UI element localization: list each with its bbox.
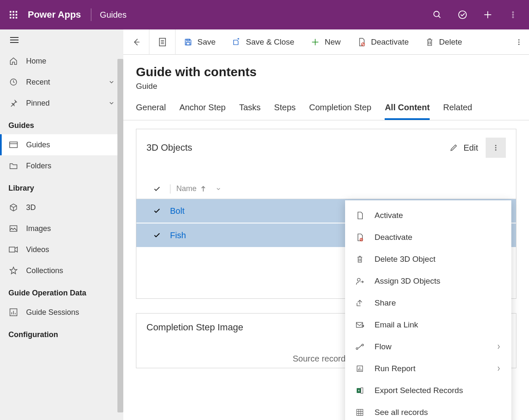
sort-asc-icon — [201, 186, 206, 192]
ctx-deactivate[interactable]: Deactivate — [345, 226, 511, 248]
record-header: Guide with contents Guide — [123, 55, 529, 91]
chevron-down-icon — [108, 100, 115, 106]
svg-rect-45 — [361, 388, 363, 393]
svg-point-6 — [512, 14, 513, 15]
guides-icon — [8, 140, 19, 150]
save-close-icon — [232, 38, 241, 46]
svg-point-37 — [356, 348, 358, 349]
add-icon[interactable] — [475, 0, 500, 29]
ctx-run-report[interactable]: Run Report — [345, 358, 511, 380]
hamburger-icon — [10, 37, 19, 43]
excel-icon: x — [355, 386, 364, 395]
video-icon — [8, 245, 19, 255]
ctx-delete[interactable]: Delete 3D Object — [345, 248, 511, 270]
chevron-down-icon — [108, 79, 115, 85]
svg-rect-9 — [10, 142, 17, 147]
cmd-label: Save — [197, 37, 215, 47]
sidebar-scrollbar[interactable] — [117, 59, 123, 412]
ctx-activate[interactable]: Activate — [345, 205, 511, 226]
activate-icon — [355, 211, 364, 220]
section-library: Library — [0, 176, 123, 197]
tab-tasks[interactable]: Tasks — [239, 103, 261, 120]
row-name-link[interactable]: Fish — [170, 231, 186, 240]
tab-list: General Anchor Step Tasks Steps Completi… — [123, 91, 529, 120]
row-check-icon[interactable] — [153, 231, 170, 239]
record-entity: Guide — [136, 82, 516, 91]
tab-steps[interactable]: Steps — [274, 103, 295, 120]
row-check-icon[interactable] — [153, 207, 170, 215]
svg-point-27 — [518, 39, 520, 40]
record-set-button[interactable] — [149, 29, 175, 55]
app-title: Power Apps — [24, 9, 91, 20]
app-launcher-icon[interactable] — [3, 5, 24, 25]
nav-label: Collections — [26, 266, 63, 275]
record-title: Guide with contents — [136, 65, 516, 79]
ctx-assign[interactable]: Assign 3D Objects — [345, 270, 511, 292]
save-button[interactable]: Save — [175, 29, 224, 55]
tab-general[interactable]: General — [136, 103, 166, 120]
sidebar-item-guide-sessions[interactable]: Guide Sessions — [0, 302, 123, 323]
svg-line-34 — [360, 239, 362, 241]
main-content: Save Save & Close New Deactivate Delete — [123, 29, 529, 420]
deactivate-icon — [355, 233, 364, 242]
ctx-flow[interactable]: Flow — [345, 336, 511, 358]
chevron-right-icon — [496, 344, 501, 350]
ctx-see-all[interactable]: See all records — [345, 401, 511, 420]
delete-button[interactable]: Delete — [417, 29, 471, 55]
sidebar-item-videos[interactable]: Videos — [0, 239, 123, 260]
sidebar-item-guides[interactable]: Guides — [0, 134, 123, 155]
trash-icon — [355, 255, 364, 264]
select-all-check[interactable] — [153, 185, 170, 193]
svg-rect-12 — [9, 247, 15, 252]
search-icon[interactable] — [425, 0, 450, 29]
menu-toggle[interactable] — [0, 29, 123, 51]
cmd-label: Save & Close — [246, 37, 294, 47]
ctx-email-link[interactable]: Email a Link — [345, 314, 511, 336]
column-name[interactable]: Name — [176, 184, 222, 193]
nav-label: Recent — [26, 78, 50, 87]
grid-header: Name — [136, 179, 516, 199]
module-title[interactable]: Guides — [91, 10, 135, 20]
sidebar-item-folders[interactable]: Folders — [0, 155, 123, 176]
cmdbar-more-icon[interactable] — [509, 38, 529, 46]
tab-all-content[interactable]: All Content — [385, 103, 430, 120]
task-icon[interactable] — [450, 0, 475, 29]
sidebar-item-3d[interactable]: 3D — [0, 197, 123, 218]
ctx-share[interactable]: Share — [345, 292, 511, 314]
pin-icon — [8, 98, 19, 108]
more-vertical-icon[interactable] — [500, 0, 526, 29]
save-icon — [184, 38, 192, 46]
sidebar-item-images[interactable]: Images — [0, 218, 123, 239]
sidebar-item-collections[interactable]: Collections — [0, 260, 123, 281]
tab-anchor-step[interactable]: Anchor Step — [179, 103, 226, 120]
flow-icon — [355, 342, 364, 351]
section-guides: Guides — [0, 114, 123, 134]
nav-home[interactable]: Home — [0, 51, 123, 72]
deactivate-button[interactable]: Deactivate — [349, 29, 417, 55]
ctx-export[interactable]: x Export Selected Records — [345, 380, 511, 401]
star-icon — [8, 266, 19, 276]
svg-point-29 — [518, 43, 520, 45]
cube-icon — [8, 202, 19, 213]
grid-icon — [355, 408, 364, 417]
tab-related[interactable]: Related — [443, 103, 472, 120]
panel-more-icon[interactable] — [486, 138, 506, 158]
svg-point-5 — [512, 12, 513, 13]
svg-point-28 — [518, 41, 520, 43]
svg-rect-21 — [187, 39, 190, 41]
nav-label: Pinned — [26, 99, 50, 108]
edit-button[interactable]: Edit — [445, 143, 482, 153]
chevron-right-icon — [496, 366, 501, 372]
back-button[interactable] — [123, 29, 149, 55]
row-name-link[interactable]: Bolt — [170, 206, 184, 216]
chevron-down-icon — [215, 186, 222, 192]
edit-label: Edit — [464, 143, 478, 153]
save-close-button[interactable]: Save & Close — [224, 29, 303, 55]
svg-point-32 — [495, 149, 497, 151]
svg-point-35 — [357, 278, 360, 281]
new-button[interactable]: New — [303, 29, 349, 55]
tab-completion-step[interactable]: Completion Step — [309, 103, 372, 120]
nav-recent[interactable]: Recent — [0, 72, 123, 93]
nav-pinned[interactable]: Pinned — [0, 93, 123, 114]
assign-icon — [355, 276, 364, 286]
